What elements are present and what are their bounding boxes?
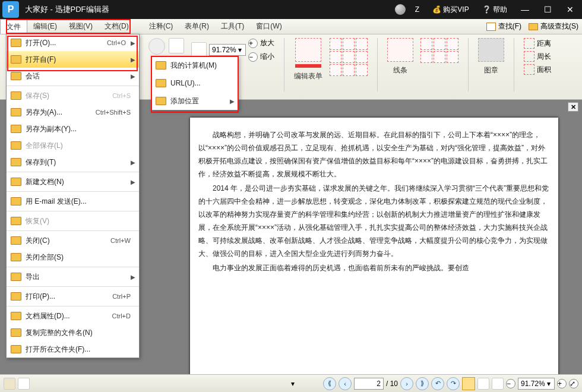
distance-icon[interactable] [524, 38, 534, 49]
first-page-button[interactable]: ⟪ [323, 377, 336, 390]
folder-icon [10, 37, 22, 48]
menu-window[interactable]: 窗口(W) [250, 19, 287, 34]
zoom-in-button[interactable]: + [557, 379, 567, 388]
layout-facing[interactable] [492, 378, 504, 390]
area-label[interactable]: 面积 [537, 65, 551, 75]
menu-doc[interactable]: 文档(D) [99, 19, 135, 34]
adv-find-action[interactable]: 高级查找(S) [525, 19, 582, 34]
help[interactable]: ❔ 帮助 [479, 4, 511, 16]
shape-6[interactable] [447, 51, 458, 63]
menu-item-copy-path[interactable]: 复制完整的文件名(N) [7, 324, 139, 341]
menu-item-folder[interactable]: 打开(O)...Ctrl+O▶ [7, 34, 139, 51]
perimeter-icon[interactable] [524, 51, 534, 62]
menu-view[interactable]: 视图(V) [63, 19, 99, 34]
minimize-button[interactable]: — [517, 1, 533, 18]
menu-item-new-doc[interactable]: 新建文档(N)▶ [7, 173, 139, 190]
form-tool-3[interactable] [356, 38, 368, 50]
menu-item-open-folder[interactable]: 打开所在文件夹(F)... [7, 341, 139, 358]
menu-form[interactable]: 表单(R) [179, 19, 215, 34]
find-action[interactable]: 查找(F) [483, 19, 525, 34]
stamp-icon[interactable] [478, 38, 504, 62]
form-tool-9[interactable] [356, 64, 368, 76]
shape-5[interactable] [434, 51, 445, 63]
zoom-fit-button[interactable]: ⤢ [569, 379, 578, 388]
screenshot-tool[interactable] [169, 38, 184, 53]
save-all-icon [10, 140, 22, 151]
zoom-in-icon[interactable]: + [248, 39, 258, 48]
globe-icon[interactable] [395, 4, 406, 15]
menu-item-label: URL(U)... [170, 79, 235, 87]
menu-tool[interactable]: 工具(T) [215, 19, 250, 34]
zoom-field[interactable]: 91.72% ▾ [209, 44, 246, 56]
status-bar: ▾ ⟪ ‹ 2 / 10 › ⟫ ↶ ↷ − 91.72% ▾ + ⤢ [0, 374, 582, 392]
menu-item-save-as[interactable]: 另存为(A)...Ctrl+Shift+S [7, 104, 139, 121]
menu-item-email[interactable]: 用 E-mail 发送(E)... [7, 193, 139, 210]
snapshot-tool[interactable] [148, 38, 165, 55]
status-zoom-field[interactable]: 91.72% ▾ [518, 378, 555, 390]
zoom-out-icon[interactable]: − [248, 52, 258, 62]
menu-edit[interactable]: 编辑(E) [27, 19, 63, 34]
menu-item-label: 新建文档(N) [26, 177, 131, 187]
lines-icon[interactable] [387, 38, 413, 62]
zoom-out-label[interactable]: 缩小 [260, 52, 274, 62]
menu-item-print[interactable]: 打印(P)...Ctrl+P [7, 288, 139, 305]
shape-3[interactable] [447, 38, 458, 50]
prev-page-button[interactable]: ‹ [339, 377, 352, 390]
doc-close-button[interactable]: ✕ [568, 102, 578, 112]
menu-item-label: 打开(O)... [26, 38, 107, 48]
menu-item-export[interactable]: 导出▶ [7, 268, 139, 285]
user-label[interactable]: Z [412, 4, 423, 15]
shape-1[interactable] [420, 38, 432, 50]
nav-back-button[interactable]: ↶ [431, 377, 444, 390]
form-tool-7[interactable] [330, 64, 341, 76]
form-tool-8[interactable] [343, 64, 355, 76]
distance-label[interactable]: 距离 [537, 39, 551, 49]
shortcut-label: Ctrl+Shift+S [96, 109, 131, 116]
form-tool-4[interactable] [330, 51, 341, 63]
url-icon [155, 78, 167, 88]
menu-item-save-to[interactable]: 保存到(T)▶ [7, 154, 139, 170]
menu-item-pc[interactable]: 我的计算机(M) [151, 56, 238, 74]
window-title: 大家好 - 迅捷PDF编辑器 [25, 4, 109, 15]
form-tool-1[interactable] [330, 38, 341, 50]
add-loc-icon [155, 96, 167, 106]
menu-item-add-loc[interactable]: 添加位置▶ [151, 92, 238, 110]
buy-vip[interactable]: 💰 购买VIP [429, 4, 473, 16]
zoom-out-button[interactable]: − [506, 379, 515, 388]
layout-cont[interactable] [477, 378, 489, 390]
zoom-in-label[interactable]: 放大 [260, 38, 274, 48]
edit-form-icon[interactable] [295, 38, 321, 62]
menu-comment[interactable]: 注释(C) [143, 19, 179, 34]
menu-item-close-all[interactable]: 关闭全部(S) [7, 249, 139, 265]
menu-item-label: 保存到(T) [26, 157, 131, 167]
nav-fwd-button[interactable]: ↷ [447, 377, 460, 390]
export-icon [10, 271, 22, 282]
menu-item-save-copy[interactable]: 另存为副本(Y)... [7, 121, 139, 137]
menu-item-close-doc[interactable]: 关闭(C)Ctrl+W [7, 232, 139, 249]
maximize-button[interactable]: ☐ [539, 1, 556, 18]
shape-2[interactable] [434, 38, 445, 50]
next-page-button[interactable]: › [400, 377, 413, 390]
sidebar-toggle-2[interactable] [18, 378, 30, 390]
sidebar-toggle-1[interactable] [4, 378, 15, 390]
menu-item-label: 用 E-mail 发送(E)... [26, 197, 135, 207]
form-tool-2[interactable] [343, 38, 355, 50]
menu-item-sessions[interactable]: 会话▶ [7, 68, 139, 84]
menu-item-url[interactable]: URL(U)... [151, 74, 238, 92]
layout-single[interactable] [462, 377, 475, 390]
last-page-button[interactable]: ⟫ [416, 377, 429, 390]
dropdown-icon[interactable]: ▾ [291, 380, 295, 388]
menu-item-folder-globe[interactable]: 打开自(F)▶ [7, 51, 139, 68]
area-icon[interactable] [524, 64, 534, 75]
menu-file[interactable]: 文件 [0, 19, 27, 34]
form-tool-5[interactable] [343, 51, 355, 63]
close-button[interactable]: ✕ [562, 1, 578, 18]
menu-item-label: 恢复(V) [26, 216, 135, 226]
submenu-arrow-icon: ▶ [131, 40, 135, 46]
pdf-page: 战略构想，并明确了公司改革与发展的远、近期目标。在此目标的指引下，公司上下本着“… [190, 118, 558, 392]
page-number-field[interactable]: 2 [354, 378, 384, 390]
shape-4[interactable] [420, 51, 432, 63]
form-tool-6[interactable] [356, 51, 368, 63]
menu-item-props[interactable]: 文档属性(D)...Ctrl+D [7, 308, 139, 324]
perimeter-label[interactable]: 周长 [537, 52, 551, 62]
